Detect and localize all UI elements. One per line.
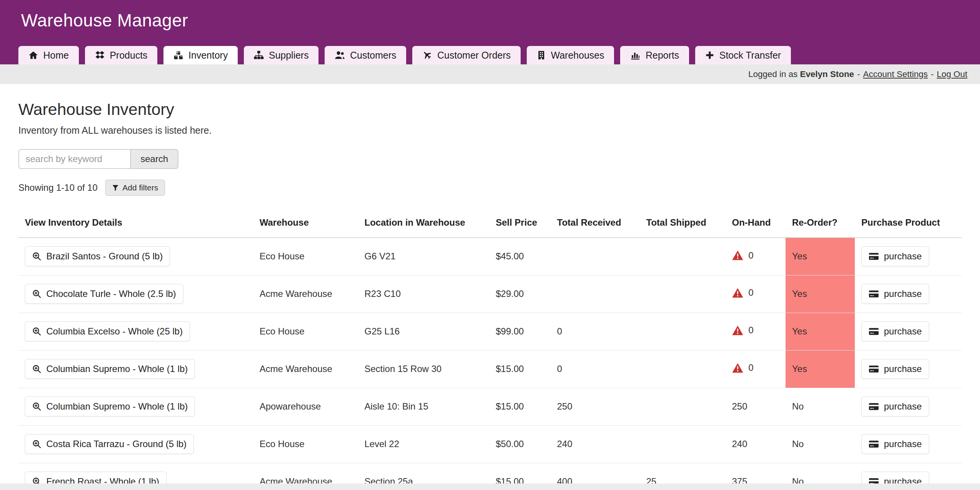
product-name: Columbian Supremo - Whole (1 lb) (46, 364, 188, 374)
warehouse-cell: Acme Warehouse (253, 350, 358, 388)
tab-inventory[interactable]: Inventory (163, 46, 238, 64)
on-hand-value: 0 (748, 362, 753, 373)
low-stock-warning-icon (732, 288, 743, 298)
search-plus-icon (32, 439, 41, 449)
view-inventory-details-button[interactable]: Columbia Excelso - Whole (25 lb) (25, 321, 190, 341)
total-received-cell (550, 238, 640, 275)
total-shipped-cell (640, 425, 725, 463)
purchase-button[interactable]: purchase (861, 359, 929, 379)
tab-label: Customers (350, 50, 396, 61)
list-controls: Showing 1-10 of 10 Add filters (18, 180, 980, 196)
inventory-row: Columbia Excelso - Whole (25 lb)Eco Hous… (18, 313, 962, 350)
on-hand-value: 240 (732, 439, 747, 449)
purchase-cell: purchase (855, 425, 962, 463)
product-name: Chocolate Turle - Whole (2.5 lb) (46, 288, 176, 299)
tab-label: Inventory (188, 50, 228, 61)
on-hand-cell: 250 (725, 388, 786, 425)
total-shipped-cell (640, 275, 725, 313)
total-received-cell: 0 (550, 313, 640, 350)
search-group: search (18, 149, 980, 169)
reorder-cell: Yes (786, 350, 855, 388)
tab-customer-orders[interactable]: Customer Orders (412, 46, 521, 64)
purchase-button[interactable]: purchase (861, 321, 929, 341)
credit-card-icon (869, 327, 879, 336)
view-details-cell: Chocolate Turle - Whole (2.5 lb) (18, 275, 253, 313)
suppliers-sitemap-icon (254, 50, 264, 60)
reorder-cell: Yes (786, 238, 855, 275)
view-details-cell: Columbia Excelso - Whole (25 lb) (18, 313, 253, 350)
purchase-button[interactable]: purchase (861, 284, 929, 304)
main-content: Warehouse Inventory Inventory from ALL w… (0, 100, 980, 490)
search-plus-icon (32, 289, 41, 298)
inventory-row: Columbian Supremo - Whole (1 lb)Apowareh… (18, 388, 962, 425)
sell-price-cell: $15.00 (489, 350, 550, 388)
on-hand-cell: 240 (725, 425, 786, 463)
account-settings-link[interactable]: Account Settings (863, 69, 928, 79)
session-separator: - (857, 69, 860, 79)
sell-price-cell: $50.00 (489, 425, 550, 463)
logout-link[interactable]: Log Out (937, 69, 967, 79)
purchase-button[interactable]: purchase (861, 246, 929, 266)
view-inventory-details-button[interactable]: Columbian Supremo - Whole (1 lb) (25, 359, 195, 379)
total-received-cell: 250 (550, 388, 640, 425)
tab-label: Warehouses (551, 50, 604, 61)
on-hand-value: 250 (732, 401, 747, 412)
purchase-button[interactable]: purchase (861, 397, 929, 416)
warehouse-cell: Acme Warehouse (253, 275, 358, 313)
inventory-row: Brazil Santos - Ground (5 lb)Eco HouseG6… (18, 238, 962, 275)
tab-suppliers[interactable]: Suppliers (244, 46, 318, 64)
purchase-cell: purchase (855, 275, 962, 313)
purchase-cell: purchase (855, 238, 962, 275)
view-inventory-details-button[interactable]: Brazil Santos - Ground (5 lb) (25, 246, 170, 266)
view-details-cell: Columbian Supremo - Whole (1 lb) (18, 388, 253, 425)
session-prefix: Logged in as (748, 69, 798, 79)
on-hand-cell: 0 (725, 275, 786, 313)
total-shipped-cell (640, 388, 725, 425)
filter-funnel-icon (112, 185, 119, 191)
product-name: Costa Rica Tarrazu - Ground (5 lb) (46, 439, 186, 449)
on-hand-value: 0 (748, 250, 753, 261)
tab-home[interactable]: Home (18, 46, 79, 64)
purchase-cell: purchase (855, 350, 962, 388)
view-inventory-details-button[interactable]: Columbian Supremo - Whole (1 lb) (25, 397, 195, 416)
products-boxes-icon (95, 50, 105, 60)
purchase-cell: purchase (855, 313, 962, 350)
tab-stock-transfer[interactable]: Stock Transfer (695, 46, 791, 64)
add-filters-button[interactable]: Add filters (105, 180, 165, 196)
search-input[interactable] (18, 149, 130, 169)
col-warehouse: Warehouse (253, 209, 358, 238)
reorder-cell: Yes (786, 313, 855, 350)
view-inventory-details-button[interactable]: Costa Rica Tarrazu - Ground (5 lb) (25, 434, 194, 454)
tab-label: Products (110, 50, 148, 61)
col-purchase-product: Purchase Product (855, 209, 962, 238)
on-hand-cell: 0 (725, 350, 786, 388)
reorder-cell: No (786, 388, 855, 425)
horizontal-scrollbar[interactable] (0, 483, 980, 490)
view-inventory-details-button[interactable]: Chocolate Turle - Whole (2.5 lb) (25, 284, 183, 304)
location-cell: G25 L16 (358, 313, 489, 350)
reorder-cell: No (786, 425, 855, 463)
search-button[interactable]: search (130, 149, 178, 169)
tab-warehouses[interactable]: Warehouses (527, 46, 614, 64)
tab-products[interactable]: Products (85, 46, 158, 64)
purchase-label: purchase (884, 364, 922, 374)
search-plus-icon (32, 364, 41, 374)
credit-card-icon (869, 439, 879, 449)
low-stock-warning-icon (732, 250, 743, 261)
purchase-label: purchase (884, 439, 922, 449)
warehouse-cell: Eco House (253, 425, 358, 463)
purchase-label: purchase (884, 401, 922, 412)
warehouse-cell: Apowarehouse (253, 388, 358, 425)
tab-reports[interactable]: Reports (620, 46, 689, 64)
location-cell: R23 C10 (358, 275, 489, 313)
session-separator: - (931, 69, 934, 79)
customer-orders-plane-icon (422, 50, 432, 60)
location-cell: Aisle 10: Bin 15 (358, 388, 489, 425)
purchase-label: purchase (884, 251, 922, 262)
purchase-button[interactable]: purchase (861, 434, 929, 454)
reorder-cell: Yes (786, 275, 855, 313)
tab-label: Stock Transfer (719, 50, 781, 61)
tab-label: Reports (645, 50, 679, 61)
purchase-cell: purchase (855, 388, 962, 425)
tab-customers[interactable]: Customers (325, 46, 406, 64)
